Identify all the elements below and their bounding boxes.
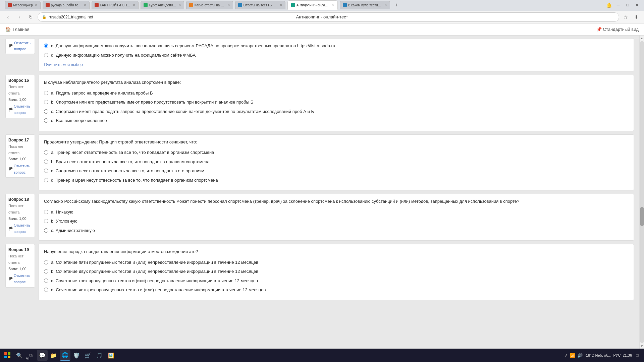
radio-16c[interactable]: [44, 109, 48, 114]
page-toolbar: 🏠 Главная 📌 Стандартный вид: [0, 23, 644, 36]
question-text-18: Согласно Российскому законодательству ка…: [44, 198, 628, 205]
answer-text-19d: d. Сочетание четырех пропущенных тестов …: [51, 287, 266, 293]
address-bar[interactable]: 🔒 rusada2021.triagonal.net: [38, 12, 619, 22]
q-number-18: Вопрос 18: [8, 196, 32, 203]
start-button[interactable]: [1, 349, 13, 361]
clear-choice-15[interactable]: Очистить мой выбор: [44, 62, 83, 67]
tab-label-t5: Какие ответы на вопро...: [195, 3, 225, 7]
radio-19d[interactable]: [44, 288, 48, 292]
tab-close-t8[interactable]: ✕: [384, 3, 387, 7]
question-text-17: Продолжите утверждение: Принцип строгой …: [44, 139, 628, 145]
notification-center[interactable]: □: [634, 352, 641, 359]
tab-t3[interactable]: КАК ПРОЙТИ ОНЛАЙН Т... ✕: [92, 1, 139, 9]
tab-favicon-t1: [8, 3, 12, 7]
scroll-down-arrow[interactable]: ▼: [640, 344, 644, 349]
svg-rect-1: [8, 352, 10, 355]
tab-t2[interactable]: русада онлайн тест 2022 ✕: [43, 1, 90, 9]
radio-16b[interactable]: [44, 100, 48, 104]
tab-t7[interactable]: Антидопинг - онлайн-... ✕: [287, 0, 338, 10]
nav-forward-button[interactable]: ›: [15, 12, 24, 22]
flag-btn-16[interactable]: 🏴 Отметить вопрос: [8, 103, 32, 116]
volume-icon[interactable]: 🔊: [577, 353, 583, 358]
flag-btn-15[interactable]: 🏴 Отметить вопрос: [8, 40, 32, 52]
radio-18a[interactable]: [44, 210, 48, 214]
radio-15b[interactable]: [44, 53, 48, 57]
taskbar-app-store[interactable]: 🛒: [83, 350, 93, 361]
scroll-up-arrow[interactable]: ▲: [640, 36, 644, 41]
radio-18c[interactable]: [44, 228, 48, 233]
radio-16a[interactable]: [44, 91, 48, 95]
taskbar-app-music[interactable]: 🎵: [94, 350, 105, 361]
radio-19b[interactable]: [44, 269, 48, 274]
language-indicator[interactable]: РУС: [613, 353, 621, 357]
window-minimize[interactable]: ─: [614, 1, 623, 9]
nav-back-button[interactable]: ‹: [3, 12, 13, 22]
bookmark-icon[interactable]: ☆: [621, 13, 630, 21]
taskbar-app-edge[interactable]: 🌐: [60, 350, 70, 361]
window-close[interactable]: ✕: [633, 1, 641, 9]
flag-icon-18: 🏴: [8, 226, 13, 232]
taskbar-app-messenger[interactable]: 💬: [37, 350, 48, 361]
tab-t1[interactable]: Мессенджер ✕: [5, 1, 41, 9]
radio-15a[interactable]: [44, 44, 48, 48]
scroll-thumb[interactable]: [640, 207, 644, 226]
taskbar-app-explorer[interactable]: 📁: [48, 350, 59, 361]
window-maximize[interactable]: □: [623, 1, 632, 9]
photo-icon: 🖼️: [107, 352, 114, 359]
pin-icon: 📌: [596, 27, 602, 32]
flag-btn-19[interactable]: 🏴 Отметить вопрос: [8, 273, 32, 285]
nav-refresh-button[interactable]: ↻: [26, 12, 36, 22]
q-score-18: Балл: 1,00: [8, 216, 32, 222]
taskbar-clock[interactable]: 21:36: [623, 353, 632, 357]
radio-19c[interactable]: [44, 279, 48, 283]
radio-17d[interactable]: [44, 178, 48, 182]
home-icon: 🏠: [5, 27, 11, 32]
radio-17c[interactable]: [44, 169, 48, 173]
home-link[interactable]: 🏠 Главная: [5, 27, 29, 32]
answer-text-17c: c. Спортсмен несет ответственность за вс…: [51, 168, 204, 174]
flag-btn-18[interactable]: 🏴 Отметить вопрос: [8, 222, 32, 235]
url-text: rusada2021.triagonal.net: [49, 15, 93, 19]
radio-17a[interactable]: [44, 150, 48, 155]
taskbar-search[interactable]: 🔍: [14, 350, 25, 361]
page-scrollbar[interactable]: ▲ ▼: [639, 36, 644, 349]
tab-close-t3[interactable]: ✕: [133, 3, 136, 7]
notification-icon[interactable]: 🔔: [604, 1, 613, 9]
weather-display[interactable]: -18°C Неб. об...: [585, 353, 611, 357]
q-score-19: Балл: 1,00: [8, 266, 32, 272]
tab-t6[interactable]: Ответы на тест РУСАДА 2... ✕: [235, 1, 285, 9]
tab-t8[interactable]: В каком пуле тестирован... ✕: [340, 1, 390, 9]
radio-18b[interactable]: [44, 219, 48, 223]
tab-close-t1[interactable]: ✕: [35, 3, 38, 7]
radio-17b[interactable]: [44, 160, 48, 164]
browser-icon: 🌐: [62, 352, 68, 358]
radio-16d[interactable]: [44, 118, 48, 123]
show-hidden-icons[interactable]: ∧: [565, 353, 568, 358]
radio-19a[interactable]: [44, 260, 48, 264]
answer-text-18a: а. Никакую: [51, 209, 73, 216]
answer-text-16d: d. Все вышеперечисленное: [51, 117, 107, 124]
tab-close-t5[interactable]: ✕: [227, 3, 230, 7]
answer-text-15b: d. Данную информацию можно получить на о…: [51, 52, 196, 59]
question-card-19: Нарушение порядка предоставления информа…: [38, 244, 634, 300]
ai-label[interactable]: Ai: [24, 356, 31, 362]
music-icon: 🎵: [96, 352, 103, 359]
standard-view-label: Стандартный вид: [603, 27, 639, 32]
standard-view-button[interactable]: 📌 Стандартный вид: [596, 27, 639, 32]
tab-close-t2[interactable]: ✕: [84, 3, 87, 7]
tab-close-t4[interactable]: ✕: [178, 3, 181, 7]
taskbar-app-photo[interactable]: 🖼️: [105, 350, 116, 361]
question-container-17: Вопрос 17 Пока нет ответа Балл: 1,00 🏴 О…: [5, 134, 634, 191]
tab-close-t6[interactable]: ✕: [280, 3, 282, 7]
flag-icon-16: 🏴: [8, 107, 13, 113]
download-icon[interactable]: ⬇: [632, 13, 641, 21]
flag-btn-17[interactable]: 🏴 Отметить вопрос: [8, 163, 32, 175]
tab-close-t7[interactable]: ✕: [331, 3, 334, 7]
tab-t4[interactable]: Курс: Антидопинг кур... ✕: [141, 1, 184, 9]
tab-t5[interactable]: Какие ответы на вопро... ✕: [186, 1, 233, 9]
scroll-track[interactable]: [640, 41, 644, 343]
taskbar-app-security[interactable]: 🛡️: [71, 350, 82, 361]
explorer-icon: 📁: [50, 352, 57, 359]
new-tab-button[interactable]: +: [392, 1, 401, 9]
network-icon[interactable]: 📶: [570, 353, 575, 358]
